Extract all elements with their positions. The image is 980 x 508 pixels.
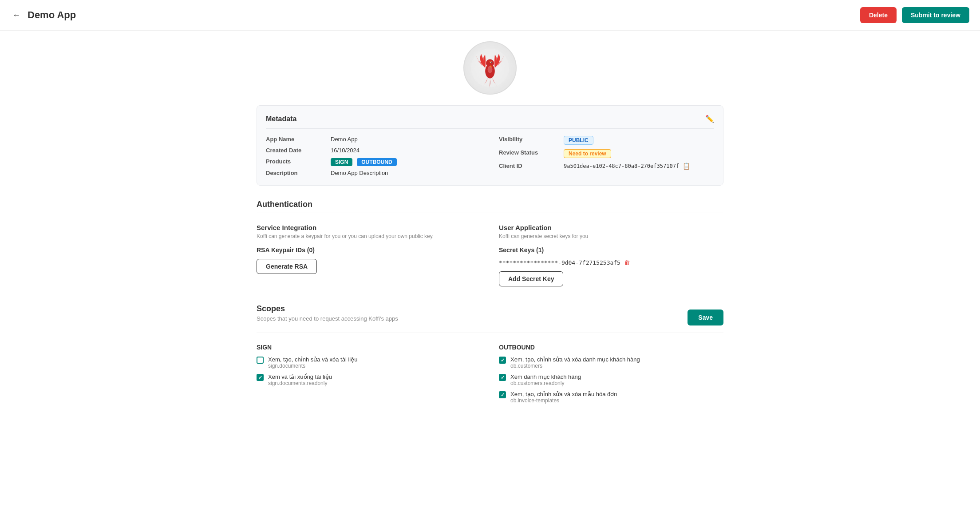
scope-sign-documents-readonly-checkbox[interactable] bbox=[257, 374, 264, 381]
client-id-label: Client ID bbox=[499, 163, 557, 169]
visibility-value: PUBLIC bbox=[564, 136, 593, 145]
scope-ob-customers-readonly-key: ob.customers.readonly bbox=[510, 380, 581, 386]
scopes-subtitle: Scopes that you need to request accessin… bbox=[257, 315, 398, 322]
metadata-left: App Name Demo App Created Date 16/10/202… bbox=[266, 136, 481, 176]
service-integration-desc: Koffi can generate a keypair for you or … bbox=[257, 233, 481, 239]
authentication-section: Authentication Service Integration Koffi… bbox=[257, 200, 723, 286]
scopes-title-group: Scopes Scopes that you need to request a… bbox=[257, 304, 398, 331]
scopes-divider bbox=[257, 333, 723, 333]
app-logo-container bbox=[257, 41, 723, 95]
secret-key-item: *****************-9d04-7f2715253af5 🗑 bbox=[499, 259, 723, 266]
user-application-desc: Koffi can generate secret keys for you bbox=[499, 233, 723, 239]
metadata-right: Visibility PUBLIC Review Status Need to … bbox=[499, 136, 714, 176]
scope-sign-documents-content: Xem, tạo, chỉnh sửa và xóa tài liệu sign… bbox=[268, 356, 357, 369]
client-id-row: 9a501dea-e102-48c7-80a8-270ef357107f 📋 bbox=[564, 163, 690, 170]
products-label: Products bbox=[266, 158, 324, 165]
badge-outbound: OUTBOUND bbox=[357, 158, 396, 166]
service-integration: Service Integration Koffi can generate a… bbox=[257, 224, 481, 286]
submit-review-button[interactable]: Submit to review bbox=[902, 7, 969, 23]
scopes-header: Scopes Scopes that you need to request a… bbox=[257, 304, 723, 331]
user-application-title: User Application bbox=[499, 224, 723, 231]
scope-ob-customers-key: ob.customers bbox=[510, 363, 640, 369]
description-label: Description bbox=[266, 170, 324, 176]
outbound-group-title: OUTBOUND bbox=[499, 344, 723, 351]
metadata-card: Metadata ✏️ App Name Demo App Created Da… bbox=[257, 105, 723, 186]
scope-ob-invoice-templates-label: Xem, tạo, chỉnh sửa và xóa mẫu hóa đơn bbox=[510, 391, 617, 397]
main-content: Metadata ✏️ App Name Demo App Created Da… bbox=[246, 31, 734, 437]
review-status-value: Need to review bbox=[564, 149, 611, 158]
add-secret-key-button[interactable]: Add Secret Key bbox=[499, 271, 563, 286]
generate-rsa-button[interactable]: Generate RSA bbox=[257, 259, 317, 274]
svg-point-5 bbox=[491, 62, 492, 63]
visibility-label: Visibility bbox=[499, 136, 557, 143]
svg-point-6 bbox=[488, 66, 493, 73]
header-left: ← Demo App bbox=[11, 9, 76, 22]
sign-scope-group: SIGN Xem, tạo, chỉnh sửa và xóa tài liệu… bbox=[257, 344, 481, 408]
delete-secret-key-icon[interactable]: 🗑 bbox=[624, 259, 630, 266]
scope-ob-customers-label: Xem, tạo, chỉnh sửa và xóa danh mục khác… bbox=[510, 356, 640, 363]
scope-ob-invoice-templates: Xem, tạo, chỉnh sửa và xóa mẫu hóa đơn o… bbox=[499, 391, 723, 404]
user-application: User Application Koffi can generate secr… bbox=[499, 224, 723, 286]
scope-sign-documents-readonly-content: Xem và tải xuống tài liệu sign.documents… bbox=[268, 373, 332, 386]
auth-divider bbox=[257, 213, 723, 213]
scopes-title: Scopes bbox=[257, 304, 398, 314]
keypair-label: RSA Keypair IDs (0) bbox=[257, 246, 481, 254]
meta-client-id: Client ID 9a501dea-e102-48c7-80a8-270ef3… bbox=[499, 163, 714, 170]
scope-ob-invoice-templates-content: Xem, tạo, chỉnh sửa và xóa mẫu hóa đơn o… bbox=[510, 391, 617, 404]
app-name-value: Demo App bbox=[331, 136, 358, 143]
scope-ob-customers-readonly-checkbox[interactable] bbox=[499, 374, 506, 381]
scopes-grid: SIGN Xem, tạo, chỉnh sửa và xóa tài liệu… bbox=[257, 344, 723, 408]
scope-ob-customers-content: Xem, tạo, chỉnh sửa và xóa danh mục khác… bbox=[510, 356, 640, 369]
scope-sign-documents: Xem, tạo, chỉnh sửa và xóa tài liệu sign… bbox=[257, 356, 481, 369]
metadata-title: Metadata bbox=[266, 115, 296, 123]
meta-products: Products SIGN OUTBOUND bbox=[266, 158, 481, 165]
scope-ob-customers-checkbox[interactable] bbox=[499, 357, 506, 364]
meta-visibility: Visibility PUBLIC bbox=[499, 136, 714, 145]
app-name-label: App Name bbox=[266, 136, 324, 143]
scope-sign-documents-label: Xem, tạo, chỉnh sửa và xóa tài liệu bbox=[268, 356, 357, 363]
edit-metadata-icon[interactable]: ✏️ bbox=[705, 115, 714, 123]
scope-sign-documents-key: sign.documents bbox=[268, 363, 357, 369]
scope-sign-documents-readonly-label: Xem và tải xuống tài liệu bbox=[268, 373, 332, 380]
back-button[interactable]: ← bbox=[11, 9, 22, 22]
meta-description: Description Demo App Description bbox=[266, 170, 481, 176]
copy-client-id-icon[interactable]: 📋 bbox=[683, 163, 690, 170]
scope-ob-customers: Xem, tạo, chỉnh sửa và xóa danh mục khác… bbox=[499, 356, 723, 369]
meta-app-name: App Name Demo App bbox=[266, 136, 481, 143]
meta-created-date: Created Date 16/10/2024 bbox=[266, 147, 481, 154]
page-title: Demo App bbox=[28, 9, 76, 21]
client-id-value: 9a501dea-e102-48c7-80a8-270ef357107f bbox=[564, 163, 679, 169]
scope-ob-invoice-templates-key: ob.invoice-templates bbox=[510, 397, 617, 404]
scope-ob-customers-readonly-label: Xem danh mục khách hàng bbox=[510, 373, 581, 380]
metadata-grid: App Name Demo App Created Date 16/10/202… bbox=[266, 136, 714, 176]
service-integration-title: Service Integration bbox=[257, 224, 481, 231]
secret-keys-label: Secret Keys (1) bbox=[499, 246, 723, 254]
meta-review-status: Review Status Need to review bbox=[499, 149, 714, 158]
secret-key-value: *****************-9d04-7f2715253af5 bbox=[499, 259, 620, 266]
scope-ob-customers-readonly-content: Xem danh mục khách hàng ob.customers.rea… bbox=[510, 373, 581, 386]
scope-ob-invoice-templates-checkbox[interactable] bbox=[499, 391, 506, 398]
scopes-section: Scopes Scopes that you need to request a… bbox=[257, 304, 723, 408]
sign-group-title: SIGN bbox=[257, 344, 481, 351]
delete-button[interactable]: Delete bbox=[860, 7, 897, 23]
description-value: Demo App Description bbox=[331, 170, 388, 176]
scope-sign-documents-readonly: Xem và tải xuống tài liệu sign.documents… bbox=[257, 373, 481, 386]
created-date-label: Created Date bbox=[266, 147, 324, 154]
app-logo bbox=[463, 41, 517, 95]
products-badges: SIGN OUTBOUND bbox=[331, 158, 397, 165]
scope-ob-customers-readonly: Xem danh mục khách hàng ob.customers.rea… bbox=[499, 373, 723, 386]
header: ← Demo App Delete Submit to review bbox=[0, 0, 980, 31]
badge-sign: SIGN bbox=[331, 158, 352, 166]
header-right: Delete Submit to review bbox=[860, 7, 969, 23]
review-status-label: Review Status bbox=[499, 149, 557, 156]
auth-grid: Service Integration Koffi can generate a… bbox=[257, 224, 723, 286]
outbound-scope-group: OUTBOUND Xem, tạo, chỉnh sửa và xóa danh… bbox=[499, 344, 723, 408]
scope-sign-documents-readonly-key: sign.documents.readonly bbox=[268, 380, 332, 386]
authentication-title: Authentication bbox=[257, 200, 723, 209]
scope-sign-documents-checkbox[interactable] bbox=[257, 357, 264, 364]
created-date-value: 16/10/2024 bbox=[331, 147, 360, 154]
save-button[interactable]: Save bbox=[688, 310, 723, 325]
metadata-header: Metadata ✏️ bbox=[266, 115, 714, 129]
